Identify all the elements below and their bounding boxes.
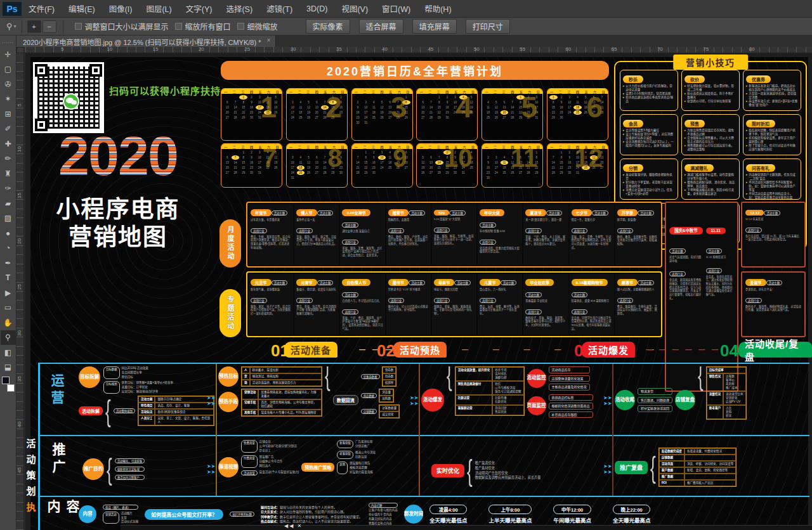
month-number: 12 xyxy=(575,145,603,171)
eraser-tool[interactable]: ▰ xyxy=(1,196,16,211)
calendar-day: 6 xyxy=(313,155,321,160)
pen-tool[interactable]: ✒ xyxy=(1,255,16,271)
menu-item[interactable]: 帮助(H) xyxy=(417,0,458,18)
chevron-down-icon[interactable]: ▾ xyxy=(14,23,16,29)
move-tool[interactable]: ✛ xyxy=(1,47,16,62)
view-button[interactable]: 适合屏幕 xyxy=(359,19,403,34)
zoom-tool[interactable]: ⚲ xyxy=(1,330,16,346)
gradient-tool[interactable]: ▨ xyxy=(1,211,16,226)
calendar-day: 12 xyxy=(492,105,501,110)
calendar-day: 21 xyxy=(232,165,240,170)
weekday-label: 一 xyxy=(289,145,292,149)
mindmap-item: 公众号粉丝/“社群分销”分销员 xyxy=(259,444,297,448)
theme-tag: 活动主题 xyxy=(766,280,783,285)
zoom-out-button[interactable]: − xyxy=(43,20,56,33)
zoom-tool-icon[interactable]: ⚲ xyxy=(6,22,13,31)
menu-item[interactable]: 编辑(E) xyxy=(62,0,102,18)
option-checkbox[interactable] xyxy=(237,23,244,30)
industry-tag: 适用行业 xyxy=(525,228,542,233)
view-button[interactable]: 填充屏幕 xyxy=(412,19,457,34)
mindmap-item: 分销员推广 xyxy=(355,444,373,448)
path-select-tool[interactable]: ▶ xyxy=(1,285,16,301)
tip-text: 设立专属权益“积分+等级”，对应消费层级更好培养忠诚度 xyxy=(625,132,675,140)
lasso-tool[interactable]: ✇ xyxy=(1,77,16,92)
weekday-label: 五 xyxy=(324,145,327,149)
ruler-number: 75 xyxy=(703,46,709,52)
bullet-icon: ▸ xyxy=(746,100,747,107)
menu-item[interactable]: 视图(V) xyxy=(334,0,375,18)
rail-char: 动 xyxy=(25,452,37,465)
calendar-day: 15 xyxy=(549,105,558,110)
mindmap-item: 运营目标：爆款/粉丝/好评率 xyxy=(122,390,174,394)
clone-stamp-tool[interactable]: ♜ xyxy=(1,166,16,181)
calendar-day: 14 xyxy=(508,105,516,110)
hand-tool[interactable]: ✋ xyxy=(1,315,16,330)
mindmap-item: 社群运营 xyxy=(355,455,376,459)
blur-tool[interactable]: ● xyxy=(1,226,16,241)
festival-title: 母亲节 xyxy=(434,279,455,286)
calendar-day: 21 xyxy=(354,165,362,170)
weekday-label: 四 xyxy=(381,89,384,94)
eyedropper-tool[interactable]: ✐ xyxy=(1,122,16,137)
view-button[interactable]: 实际像素 xyxy=(306,19,350,34)
theme-tag: 活动主题 xyxy=(409,280,425,285)
brace: { xyxy=(467,456,473,486)
zoom-in-button[interactable]: + xyxy=(27,20,41,33)
healing-brush-tool[interactable]: ✚ xyxy=(1,136,16,152)
marquee-tool[interactable]: ▢ xyxy=(1,62,16,77)
festival-card: 520活动主题5.20 因爱放“价”大促销适用行业美妆、服饰、鲜花、生鲜等，加深… xyxy=(432,204,476,265)
option-checkbox[interactable] xyxy=(75,23,82,30)
option-checkbox[interactable] xyxy=(175,23,182,30)
mindmap-node: 页面监控 xyxy=(527,396,546,415)
magic-wand-tool[interactable]: ✶ xyxy=(1,92,16,107)
month-number: 3 xyxy=(391,93,407,122)
menu-item[interactable]: 滤镜(T) xyxy=(259,0,299,18)
time-caption: 午间曝光最高点 xyxy=(553,516,591,524)
table-cell: 营销活动 xyxy=(242,389,258,399)
menu-item[interactable]: 选择(S) xyxy=(219,0,259,18)
document-canvas[interactable]: 扫码可以获得小程序扶持 2020 小程序电商 营销地图 2020营销日历&全年营… xyxy=(25,53,812,530)
pencil-tool[interactable]: ✏ xyxy=(1,152,16,167)
calendar-day: 10 xyxy=(492,160,501,165)
calendar-day: 4 xyxy=(297,100,305,105)
shape-tool[interactable]: ▭ xyxy=(1,301,16,316)
industry-tag: 适用行业 xyxy=(388,228,405,233)
menu-item[interactable]: 文字(Y) xyxy=(179,0,219,18)
table-cell: 社群运营 xyxy=(455,395,493,405)
quick-mask-tool[interactable]: ◧ xyxy=(1,345,16,360)
festival-theme: 白色情人节，不可错过的告白礼 xyxy=(342,299,383,303)
send-time: 上午8:00上半天曝光最高点 xyxy=(488,505,532,524)
menu-item[interactable]: 图层(L) xyxy=(139,0,178,18)
theme-tag: 活动主题 xyxy=(592,210,608,216)
calendar-day: 20 xyxy=(313,165,321,170)
tab-close-icon[interactable]: × xyxy=(266,37,270,44)
menu-item[interactable]: 文件(F) xyxy=(22,0,62,18)
type-tool[interactable]: T xyxy=(1,271,16,286)
industry-tag: 适用行业 xyxy=(434,228,450,233)
festival-theme: 爱你不止这一天 xyxy=(296,218,337,222)
taskbar-icons[interactable]: ◀◀ ✕ xyxy=(284,523,303,529)
color-swatches[interactable] xyxy=(1,377,15,392)
month-number: 4 xyxy=(456,93,473,122)
calendar-day: 5 xyxy=(304,100,313,105)
calendar-day: 18 xyxy=(501,165,509,170)
mindmap-item: 有趣又好玩的内容 xyxy=(369,517,398,521)
table-cell: 人员分工 xyxy=(138,415,155,425)
menu-item[interactable]: 3D(D) xyxy=(299,0,334,18)
screen-mode-tool[interactable]: ⬓ xyxy=(1,360,16,375)
festival-card: 年中大促活动主题年中购好物 钜惠 6/18适用行业全品类适用，优惠力度是相应大促… xyxy=(478,204,522,265)
dodge-tool[interactable]: ◔ xyxy=(1,241,16,256)
calendar-day: 13 xyxy=(501,105,509,110)
menu-item[interactable]: 图像(I) xyxy=(102,0,140,18)
festival-industry: 食品、数码、服饰、户外等，对应出行场景做产品专场，出游装备一站购齐，不负春日好风… xyxy=(388,235,429,246)
menu-item[interactable]: 窗口(W) xyxy=(375,0,417,18)
view-button[interactable]: 打印尺寸 xyxy=(466,19,510,34)
festival-card: 3.08女神节活动主题通往女神之路 宠爱自己适用行业美妆、服饰、美食、家居等，主… xyxy=(340,204,384,265)
crop-tool[interactable]: ⊞ xyxy=(1,107,16,122)
tip-label: 优惠券 xyxy=(746,75,771,83)
history-brush-tool[interactable]: ✑ xyxy=(1,181,16,197)
document-tab[interactable]: 2020小程序电商营销地图.jpg @ 12.5% (扫码可以获得小程序扶持, … xyxy=(16,36,276,47)
bullet-icon: ▸ xyxy=(746,181,747,192)
calendar-day: 6 xyxy=(419,100,427,105)
festival-theme: 集福卡、猜灯谜，欢度佳节送好礼 xyxy=(296,288,337,292)
